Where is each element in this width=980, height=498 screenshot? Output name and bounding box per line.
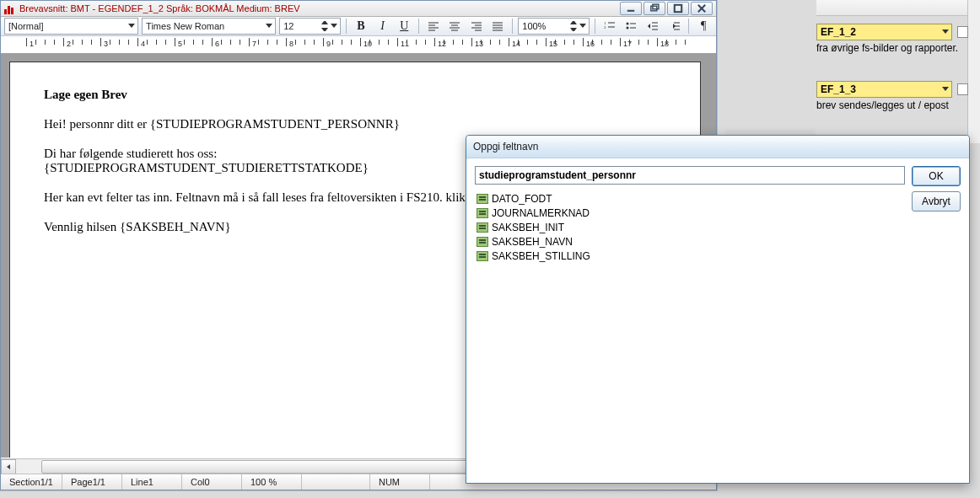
status-zoom: 100 % <box>242 474 302 490</box>
font-size-combo[interactable]: 12 <box>279 18 341 35</box>
field-icon <box>477 194 488 204</box>
restore-button[interactable] <box>643 2 665 15</box>
doc-paragraph-1: Hei! personnr ditt er {STUDIEPROGRAMSTUD… <box>44 117 666 131</box>
field-icon <box>477 222 488 233</box>
svg-marker-38 <box>7 464 10 469</box>
side-row-1: EF_1_2 fra øvrige fs-bilder og rapporter… <box>816 24 968 54</box>
side-panel-top <box>816 0 968 16</box>
side-dropdown-2-value: EF_1_3 <box>821 83 856 95</box>
field-icon <box>477 251 488 261</box>
status-col: Col0 <box>182 474 242 490</box>
italic-button[interactable]: I <box>374 18 392 35</box>
field-list-item[interactable]: SAKSBEH_INIT <box>475 220 719 234</box>
side-dropdown-1[interactable]: EF_1_2 <box>816 24 952 40</box>
bullet-list-button[interactable] <box>622 18 641 35</box>
minimize-button[interactable] <box>620 2 642 15</box>
ok-button[interactable]: OK <box>912 166 961 186</box>
align-left-button[interactable] <box>424 18 443 35</box>
field-list[interactable]: DATO_FODTJOURNALMERKNADSAKSBEH_INITSAKSB… <box>475 191 719 474</box>
close-button[interactable] <box>691 2 713 15</box>
status-mode: NUM <box>370 474 430 490</box>
bold-button[interactable]: B <box>352 18 370 35</box>
field-list-label: SAKSBEH_STILLING <box>492 250 590 262</box>
maximize-button[interactable] <box>667 2 689 15</box>
dialog-title[interactable]: Oppgi feltnavn <box>466 136 969 158</box>
show-formatting-button[interactable]: ¶ <box>694 18 713 35</box>
font-combo[interactable]: Times New Roman <box>142 18 276 35</box>
indent-button[interactable] <box>665 18 684 35</box>
numbered-list-button[interactable]: 12 <box>600 18 619 35</box>
formatting-toolbar: [Normal] Times New Roman 12 B I U 100% 1… <box>1 17 716 36</box>
svg-rect-3 <box>675 5 681 12</box>
field-list-label: SAKSBEH_NAVN <box>492 236 573 248</box>
zoom-combo[interactable]: 100% <box>518 18 590 35</box>
field-list-label: DATO_FODT <box>492 193 552 205</box>
svg-point-26 <box>627 23 629 25</box>
side-dropdown-2[interactable]: EF_1_3 <box>816 81 952 98</box>
style-combo[interactable]: [Normal] <box>4 18 138 35</box>
field-icon <box>477 237 488 247</box>
side-row-2: EF_1_3 brev sendes/legges ut / epost <box>816 81 968 111</box>
svg-marker-30 <box>648 24 650 29</box>
status-section: Section1/1 <box>1 474 62 490</box>
cancel-button[interactable]: Avbryt <box>912 191 961 212</box>
window-title: Brevavsnitt: BMT - EGENDEF_1_2 Språk: BO… <box>19 3 620 13</box>
field-list-item[interactable]: SAKSBEH_NAVN <box>475 234 719 249</box>
outdent-button[interactable] <box>643 18 662 35</box>
field-list-item[interactable]: DATO_FODT <box>475 191 719 206</box>
svg-point-27 <box>627 27 629 29</box>
field-list-label: SAKSBEH_INIT <box>492 222 564 233</box>
side-dropdown-1-value: EF_1_2 <box>821 26 856 38</box>
app-icon <box>4 3 16 14</box>
align-justify-button[interactable] <box>489 18 508 35</box>
align-center-button[interactable] <box>446 18 465 35</box>
status-line: Line1 <box>122 474 182 490</box>
svg-text:2: 2 <box>604 25 606 29</box>
side-text-2: brev sendes/legges ut / epost <box>816 99 968 111</box>
underline-button[interactable]: U <box>395 18 413 35</box>
field-icon <box>477 208 488 218</box>
scroll-left-button[interactable] <box>1 459 16 474</box>
field-name-input[interactable] <box>475 166 905 185</box>
status-page: Page1/1 <box>62 474 122 490</box>
field-list-item[interactable]: SAKSBEH_STILLING <box>475 249 719 263</box>
side-checkbox-1[interactable] <box>957 26 968 38</box>
side-scrollbar[interactable] <box>967 0 980 143</box>
doc-heading: Lage egen Brev <box>44 88 666 102</box>
side-text-1: fra øvrige fs-bilder og rapporter. <box>816 42 968 54</box>
side-checkbox-2[interactable] <box>957 83 968 95</box>
field-list-item[interactable]: JOURNALMERKNAD <box>475 206 719 220</box>
horizontal-ruler[interactable]: 123456789101112131415161718 <box>1 36 716 54</box>
align-right-button[interactable] <box>467 18 486 35</box>
field-name-dialog: Oppgi feltnavn OK Avbryt DATO_FODTJOURNA… <box>466 135 970 484</box>
title-bar[interactable]: Brevavsnitt: BMT - EGENDEF_1_2 Språk: BO… <box>1 1 716 17</box>
field-list-label: JOURNALMERKNAD <box>492 207 590 219</box>
